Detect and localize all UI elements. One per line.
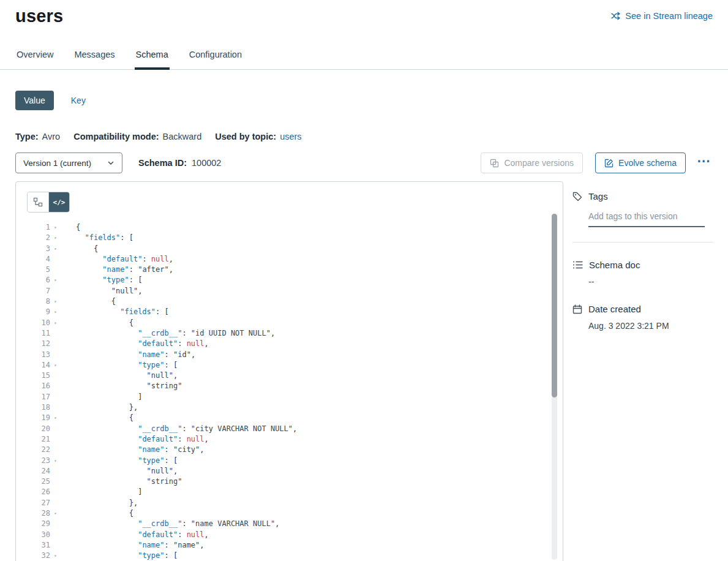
code-line: 1▾{ <box>27 222 563 233</box>
sidebar: Tags Schema doc -- <box>572 181 713 331</box>
fold-arrow-icon[interactable]: ▾ <box>50 456 61 466</box>
schema-editor-panel: </> 1▾{2▾ "fields": [3▾ {4 "default": nu… <box>15 181 563 561</box>
subtab-value[interactable]: Value <box>15 91 54 110</box>
line-number: 24 <box>27 466 50 476</box>
fold-arrow-icon[interactable]: ▾ <box>50 244 61 254</box>
editor-scrollbar[interactable] <box>552 214 557 560</box>
edit-icon <box>604 159 614 168</box>
code-line: 16 "string" <box>27 381 563 391</box>
code-text: "null", <box>61 286 142 296</box>
tab-bar: OverviewMessagesSchemaConfiguration <box>0 50 728 70</box>
code-line: 11 "__crdb__": "id UUID NOT NULL", <box>27 328 563 339</box>
code-text: "type": [ <box>61 456 178 466</box>
topic-label: Used by topic: <box>215 132 276 141</box>
fold-arrow-icon[interactable]: ▾ <box>50 360 61 371</box>
line-number: 5 <box>27 265 50 275</box>
subtab-bar: ValueKey <box>15 91 713 110</box>
line-number: 1 <box>27 222 50 233</box>
tab-messages[interactable]: Messages <box>73 50 116 70</box>
fold-arrow-icon[interactable]: ▾ <box>50 551 61 561</box>
fold-spacer <box>50 424 61 434</box>
add-tags-input[interactable] <box>588 210 705 227</box>
code-text: "__crdb__": "name VARCHAR NULL", <box>61 519 279 529</box>
code-line: 20 "__crdb__": "city VARCHAR NOT NULL", <box>27 424 563 434</box>
fold-spacer <box>50 487 61 497</box>
line-number: 3 <box>27 244 50 254</box>
tab-configuration[interactable]: Configuration <box>188 50 243 70</box>
type-value: Avro <box>42 132 61 141</box>
code-text: "string" <box>61 381 182 391</box>
code-line: 4 "default": null, <box>27 254 563 265</box>
line-number: 14 <box>27 360 50 371</box>
fold-arrow-icon[interactable]: ▾ <box>50 318 61 328</box>
line-number: 2 <box>27 233 50 243</box>
code-text: "type": [ <box>61 275 142 285</box>
fold-arrow-icon[interactable]: ▾ <box>50 296 61 307</box>
fold-spacer <box>50 265 61 275</box>
line-number: 27 <box>27 498 50 508</box>
subtab-key[interactable]: Key <box>71 96 86 105</box>
line-number: 12 <box>27 339 50 349</box>
fold-spacer <box>50 350 61 360</box>
fold-arrow-icon[interactable]: ▾ <box>50 233 61 243</box>
version-select[interactable]: Version 1 (current) <box>15 152 122 173</box>
schema-doc-value: -- <box>588 277 713 287</box>
line-number: 32 <box>27 551 50 561</box>
code-text: "default": null, <box>61 254 173 265</box>
compare-versions-button[interactable]: Compare versions <box>481 152 583 173</box>
code-line: 3▾ { <box>27 244 563 254</box>
code-line: 2▾ "fields": [ <box>27 233 563 243</box>
evolve-schema-button[interactable]: Evolve schema <box>595 152 686 173</box>
fold-arrow-icon[interactable]: ▾ <box>50 508 61 519</box>
code-text: "type": [ <box>61 551 178 561</box>
code-text: "default": null, <box>61 434 209 445</box>
code-line: 14▾ "type": [ <box>27 360 563 371</box>
code-text: "null", <box>61 371 178 381</box>
line-number: 30 <box>27 530 50 540</box>
code-text: }, <box>61 498 138 508</box>
line-number: 28 <box>27 508 50 519</box>
code-line: 22 "name": "city", <box>27 445 563 455</box>
line-number: 10 <box>27 318 50 328</box>
code-text: ] <box>61 392 142 402</box>
list-icon <box>572 260 583 269</box>
fold-arrow-icon[interactable]: ▾ <box>50 413 61 423</box>
code-text: { <box>61 413 133 423</box>
line-number: 16 <box>27 381 50 391</box>
tab-schema[interactable]: Schema <box>135 50 170 70</box>
stream-lineage-link[interactable]: See in Stream lineage <box>611 11 713 21</box>
code-text: { <box>61 222 80 233</box>
tree-view-button[interactable] <box>28 192 48 212</box>
scrollbar-thumb[interactable] <box>552 214 557 397</box>
line-number: 21 <box>27 434 50 445</box>
code-line: 12 "default": null, <box>27 339 563 349</box>
code-line: 19▾ { <box>27 413 563 423</box>
line-number: 26 <box>27 487 50 497</box>
code-text: "__crdb__": "id UUID NOT NULL", <box>61 328 275 339</box>
tags-title: Tags <box>588 191 608 201</box>
compatibility-label: Compatibility mode: <box>73 132 159 141</box>
more-actions-button[interactable]: ⋯ <box>694 154 713 171</box>
fold-arrow-icon[interactable]: ▾ <box>50 222 61 233</box>
code-view-button[interactable]: </> <box>48 192 69 212</box>
code-text: { <box>61 296 116 307</box>
code-text: "default": null, <box>61 339 209 349</box>
code-area: 1▾{2▾ "fields": [3▾ {4 "default": null,5… <box>27 222 563 561</box>
topic-link[interactable]: users <box>280 132 301 141</box>
lineage-icon <box>611 11 621 21</box>
fold-arrow-icon[interactable]: ▾ <box>50 275 61 285</box>
tab-overview[interactable]: Overview <box>15 50 54 70</box>
code-text: "name": "city", <box>61 445 205 455</box>
code-line: 29 "__crdb__": "name VARCHAR NULL", <box>27 519 563 529</box>
line-number: 11 <box>27 328 50 339</box>
chevron-down-icon <box>107 159 114 167</box>
fold-spacer <box>50 519 61 529</box>
toolbar-actions: Compare versions Evolve schema ⋯ <box>481 152 713 173</box>
schema-doc-title: Schema doc <box>589 260 640 270</box>
schema-id-label: Schema ID: <box>138 158 187 168</box>
fold-spacer <box>50 445 61 455</box>
code-line: 9▾ "fields": [ <box>27 307 563 317</box>
tags-section: Tags <box>572 191 713 243</box>
fold-arrow-icon[interactable]: ▾ <box>50 307 61 317</box>
code-text: "fields": [ <box>61 307 169 317</box>
